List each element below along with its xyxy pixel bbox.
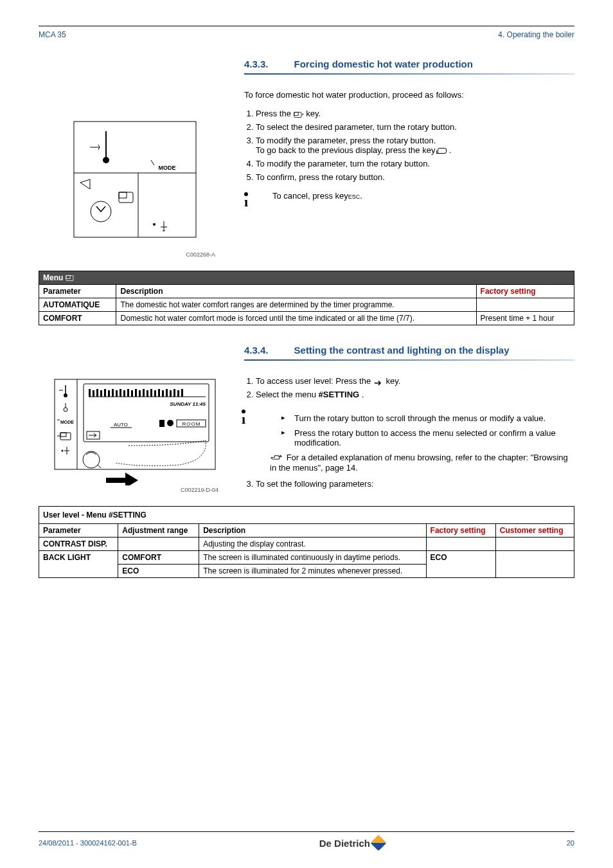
svg-text:SUNDAY 11:45: SUNDAY 11:45: [170, 401, 206, 407]
table2-title: User level - Menu #SETTING: [39, 507, 574, 524]
footer-brand: De Dietrich: [319, 837, 384, 849]
svg-rect-30: [104, 389, 106, 397]
steps-433: Press the key. To select the desired par…: [244, 109, 574, 208]
step-5: To confirm, press the rotary button.: [256, 172, 574, 182]
page-header: MCA 35 4. Operating the boiler: [39, 30, 574, 39]
table-row: CONTRAST DISP. Adjusting the display con…: [39, 538, 574, 551]
step-3: To set the following parameters:: [256, 479, 574, 489]
svg-rect-12: [66, 275, 73, 280]
svg-point-8: [153, 223, 155, 226]
svg-rect-13: [66, 275, 69, 278]
svg-rect-39: [139, 390, 141, 397]
section-433-intro: To force domestic hot water production, …: [244, 90, 574, 100]
svg-rect-32: [112, 389, 114, 397]
svg-rect-24: [84, 384, 209, 442]
col-factory: Factory setting: [426, 524, 495, 538]
col-customer: Customer setting: [495, 524, 574, 538]
section-rule: [244, 73, 574, 75]
svg-rect-35: [123, 390, 125, 397]
header-right: 4. Operating the boiler: [498, 30, 574, 39]
header-rule: [39, 26, 574, 26]
svg-rect-42: [150, 389, 152, 397]
section-number: 4.3.4.: [244, 345, 269, 356]
svg-rect-47: [170, 390, 172, 397]
section-433-body: MODE C002268-A Press the: [39, 109, 574, 258]
table-row: COMFORT Domestic hot water comfort mode …: [39, 312, 574, 325]
steps-434: To access user level: Press the key. Sel…: [244, 376, 574, 493]
svg-rect-33: [116, 390, 118, 397]
svg-rect-54: [159, 420, 164, 427]
section-title: Forcing domestic hot water production: [294, 59, 473, 69]
cancel-note: ı To cancel, press keyESC.: [238, 191, 574, 208]
col-description: Description: [199, 524, 426, 538]
svg-point-4: [103, 157, 109, 163]
svg-rect-11: [294, 112, 298, 115]
step-3: To modify the parameter, press the rotar…: [256, 136, 574, 155]
svg-rect-45: [162, 390, 164, 397]
svg-rect-6: [119, 192, 133, 203]
table-row: BACK LIGHT COMFORT The screen is illumin…: [39, 551, 574, 565]
svg-rect-9: [157, 218, 173, 232]
header-left: MCA 35: [39, 30, 66, 39]
page-footer: 24/08/2011 - 300024162-001-B De Dietrich…: [39, 831, 574, 849]
bullet-rotate: Turn the rotary button to scroll through…: [281, 413, 574, 423]
figure-2-ref: C002219-D-04: [51, 487, 218, 493]
footer-date-ref: 24/08/2011 - 300024162-001-B: [39, 839, 137, 847]
step-2: Select the menu #SETTING .: [256, 390, 574, 399]
svg-rect-46: [166, 389, 168, 397]
bullet-press: Press the rotary button to access the me…: [281, 428, 574, 448]
col-range: Adjustment range: [118, 524, 199, 538]
svg-rect-26: [89, 389, 91, 397]
svg-rect-50: [181, 389, 183, 397]
svg-point-17: [64, 393, 67, 397]
footer-page-number: 20: [567, 839, 574, 847]
col-parameter: Parameter: [39, 285, 116, 298]
svg-rect-41: [147, 390, 148, 397]
svg-text:MODE: MODE: [60, 420, 74, 424]
col-factory: Factory setting: [476, 285, 574, 298]
svg-rect-49: [177, 390, 179, 397]
figure-2: MODE SUNDAY 11:45 AUTO: [39, 376, 231, 493]
esc-label: ESC: [348, 194, 360, 200]
table1-title: Menu: [39, 271, 574, 285]
info-block-434: ı Turn the rotary button to scroll throu…: [235, 408, 574, 473]
tap-key-icon: [294, 111, 304, 118]
back-key-icon: [438, 148, 447, 154]
svg-rect-37: [131, 390, 133, 397]
section-number: 4.3.3.: [244, 59, 269, 69]
hand-note: For a detailed explanation of menu brows…: [270, 453, 574, 473]
svg-point-55: [167, 420, 173, 426]
section-433-header: 4.3.3. Forcing domestic hot water produc…: [244, 59, 574, 69]
info-icon: ı: [238, 191, 254, 208]
section-434-header: 4.3.4. Setting the contrast and lighting…: [244, 345, 574, 356]
step-1: To access user level: Press the key.: [256, 376, 574, 386]
svg-text:AUTO: AUTO: [114, 422, 128, 428]
svg-rect-22: [60, 433, 66, 437]
svg-rect-38: [135, 389, 137, 397]
table-menu: Menu Parameter Description Factory setti…: [39, 271, 574, 325]
step-1: Press the key.: [256, 109, 574, 118]
svg-rect-48: [173, 389, 175, 397]
svg-point-18: [64, 408, 67, 411]
step-2: To select the desired parameter, turn th…: [256, 122, 574, 132]
section-rule: [244, 359, 574, 361]
figure-mode-label: MODE: [159, 165, 176, 171]
svg-rect-28: [96, 389, 98, 397]
svg-rect-43: [154, 390, 156, 397]
svg-rect-10: [294, 112, 301, 117]
svg-rect-34: [120, 389, 121, 397]
tap-key-icon: [66, 275, 76, 282]
svg-point-23: [62, 450, 64, 452]
brand-logo-icon: [370, 835, 386, 851]
info-icon: ı: [235, 408, 252, 425]
table-setting: User level - Menu #SETTING Parameter Adj…: [39, 506, 574, 578]
figure-1: MODE C002268-A: [39, 109, 231, 258]
svg-rect-0: [74, 122, 196, 237]
svg-rect-31: [108, 390, 110, 397]
svg-rect-29: [100, 390, 102, 397]
section-434-body: MODE SUNDAY 11:45 AUTO: [39, 376, 574, 493]
pointing-hand-icon: [270, 453, 284, 464]
svg-rect-44: [158, 389, 160, 397]
svg-text:ROOM: ROOM: [182, 421, 201, 427]
step-4: To modify the parameter, turn the rotary…: [256, 159, 574, 168]
